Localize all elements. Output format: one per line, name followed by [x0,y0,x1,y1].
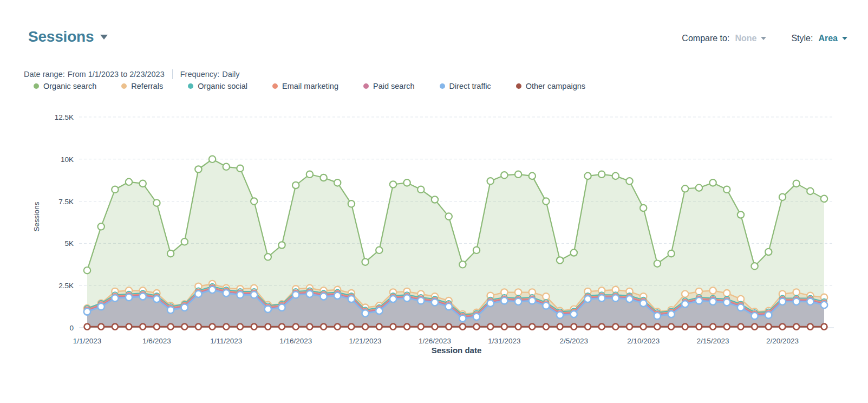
data-point-marker [807,188,813,194]
data-point-marker [487,300,494,307]
data-point-marker [626,324,632,330]
data-point-marker [599,324,605,330]
data-point-marker [668,324,674,330]
x-tick-label: 1/16/2023 [279,337,312,345]
data-point-marker [696,288,702,295]
data-point-marker [571,249,577,256]
data-point-marker [529,173,536,179]
data-point-marker [403,179,410,186]
data-point-marker [126,294,132,301]
data-point-marker [793,180,800,187]
data-point-marker [571,324,577,330]
data-point-marker [612,173,619,179]
data-point-marker [501,172,507,178]
data-point-marker [292,291,299,298]
data-point-marker [432,324,438,330]
data-point-marker [348,296,355,302]
data-point-marker [584,296,591,302]
data-point-marker [529,297,536,304]
data-point-marker [696,297,702,304]
data-point-marker [793,324,799,330]
data-point-marker [432,196,438,203]
data-point-marker [709,298,716,305]
data-point-marker [821,324,827,330]
data-point-marker [738,304,744,311]
data-point-marker [376,324,382,330]
data-point-marker [474,324,480,330]
data-point-marker [417,186,424,193]
data-point-marker [209,287,216,293]
x-tick-label: 2/5/2023 [560,337,589,345]
data-point-marker [487,178,494,184]
data-point-marker [335,324,341,330]
data-point-marker [612,324,618,330]
data-point-marker [654,324,660,330]
data-point-marker [543,198,549,204]
data-point-marker [432,299,438,306]
data-point-marker [126,324,132,330]
data-point-marker [446,303,452,310]
data-point-marker [543,302,549,309]
data-point-marker [682,291,688,297]
x-tick-label: 1/21/2023 [349,337,382,345]
data-point-marker [626,296,632,302]
data-point-marker [821,302,827,308]
y-tick-label: 0 [69,324,74,332]
x-tick-label: 1/31/2023 [488,337,520,345]
data-point-marker [501,297,507,304]
data-point-marker [112,295,118,301]
data-point-marker [723,290,730,296]
data-point-marker [515,298,521,305]
data-point-marker [460,324,466,330]
data-point-marker [306,171,313,178]
data-point-marker [334,292,341,299]
y-tick-label: 2.5K [58,282,74,290]
data-point-marker [237,324,243,330]
data-point-marker [682,301,688,307]
data-point-marker [446,324,452,330]
y-tick-label: 10K [61,155,74,164]
data-point-marker [709,179,716,186]
data-point-marker [487,324,493,330]
data-point-marker [167,250,174,257]
data-point-marker [640,205,647,211]
data-point-marker [195,166,201,172]
data-point-marker [223,290,230,296]
data-point-marker [765,249,772,255]
data-point-marker [251,291,257,298]
data-point-marker [710,324,716,330]
data-point-marker [807,324,813,330]
data-point-marker [543,324,549,330]
data-point-marker [738,211,744,218]
data-point-marker [668,311,674,317]
data-point-marker [584,173,591,179]
data-point-marker [709,287,716,294]
data-point-marker [529,324,535,330]
data-point-marker [210,324,216,330]
data-point-marker [598,171,605,178]
data-point-marker [278,304,285,311]
data-point-marker [612,295,619,301]
data-point-marker [723,186,730,193]
data-point-marker [501,324,507,330]
data-point-marker [821,196,827,202]
y-tick-label: 5K [64,239,74,248]
data-point-marker [557,324,563,330]
data-point-marker [84,267,90,274]
data-point-marker [752,324,758,330]
data-point-marker [265,324,271,330]
data-point-marker [571,311,577,317]
data-point-marker [362,258,368,265]
data-point-marker [153,296,160,302]
sessions-area-chart: 02.5K5K7.5K10K12.5KSessions1/1/20231/6/2… [0,0,868,403]
data-point-marker [626,178,632,184]
data-point-marker [390,296,396,302]
data-point-marker [557,312,563,318]
data-point-marker [209,156,216,162]
data-point-marker [306,324,312,330]
data-point-marker [321,324,327,330]
data-point-marker [251,324,257,330]
data-point-marker [751,313,758,319]
data-point-marker [696,185,702,191]
data-point-marker [98,303,105,310]
